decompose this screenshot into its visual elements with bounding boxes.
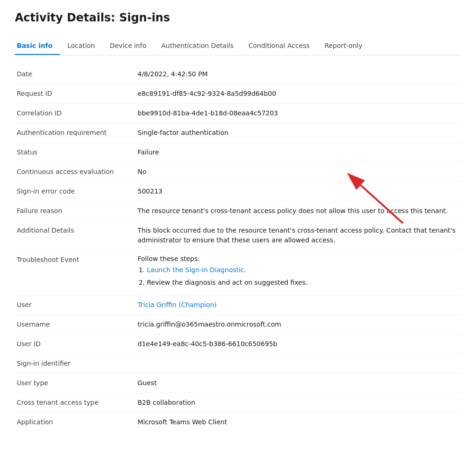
field-value: Single-factor authentication: [138, 128, 459, 138]
field-value: 500213: [138, 187, 459, 196]
field-value: No: [138, 167, 459, 177]
tabs-bar: Basic infoLocationDevice infoAuthenticat…: [15, 37, 461, 55]
field-value: B2B collaboration: [138, 398, 459, 408]
table-row: Additional DetailsThis block occurred du…: [15, 221, 461, 250]
table-row: Troubleshoot EventFollow these steps:Lau…: [15, 250, 461, 295]
field-label: Troubleshoot Event: [17, 255, 138, 265]
field-value: Microsoft Teams Web Client: [138, 417, 459, 427]
tab-location[interactable]: Location: [60, 37, 102, 55]
field-label: Application: [17, 417, 138, 427]
field-value: Guest: [138, 378, 459, 388]
field-label: Correlation ID: [17, 108, 138, 118]
field-label: Username: [17, 320, 138, 329]
field-label: Sign-in identifier: [17, 359, 138, 368]
table-row: StatusFailure: [15, 143, 461, 162]
field-value: Follow these steps:Launch the Sign-in Di…: [138, 255, 308, 290]
field-value: The resource tenant's cross-tenant acces…: [138, 206, 459, 216]
tab-report-only[interactable]: Report-only: [317, 37, 370, 55]
field-label: Authentication requirement: [17, 128, 138, 138]
field-value: 4/8/2022, 4:42:50 PM: [138, 69, 459, 79]
field-label: User: [17, 300, 138, 310]
field-value[interactable]: Tricia Griffin (Champion): [138, 300, 459, 310]
field-label: Request ID: [17, 89, 138, 99]
field-label: Cross tenant access type: [17, 398, 138, 408]
field-value: This block occurred due to the resource …: [138, 226, 459, 245]
table-row: User IDd1e4e149-ea8c-40c5-b386-6610c6506…: [15, 335, 461, 354]
tab-auth-details[interactable]: Authentication Details: [154, 37, 241, 55]
field-label: Failure reason: [17, 206, 138, 216]
table-row: Request IDe8c89191-df85-4c92-9324-8a5d99…: [15, 84, 461, 104]
field-label: Continuous access evaluation: [17, 167, 138, 177]
troubleshoot-intro: Follow these steps:: [138, 255, 308, 262]
field-label: Status: [17, 147, 138, 157]
field-value: bbe9910d-81ba-4de1-b18d-08eaa4c57203: [138, 108, 459, 118]
table-row: ApplicationMicrosoft Teams Web Client: [15, 413, 461, 432]
troubleshoot-step: Review the diagnosis and act on suggeste…: [147, 278, 308, 288]
table-row: Continuous access evaluationNo: [15, 162, 461, 182]
troubleshoot-link[interactable]: Launch the Sign-in Diagnostic.: [147, 266, 246, 274]
field-label: Sign-in error code: [17, 187, 138, 196]
field-value: tricia.griffin@o365maestro.onmicrosoft.c…: [138, 320, 459, 329]
table-row: Failure reasonThe resource tenant's cros…: [15, 201, 461, 221]
page-title: Activity Details: Sign-ins: [15, 11, 461, 24]
table-row: Sign-in identifier: [15, 354, 461, 374]
table-row: User typeGuest: [15, 374, 461, 393]
field-label: User type: [17, 378, 138, 388]
troubleshoot-step: Launch the Sign-in Diagnostic.: [147, 265, 308, 275]
table-row: Cross tenant access typeB2B collaboratio…: [15, 393, 461, 413]
field-label: User ID: [17, 339, 138, 349]
table-row: UserTricia Griffin (Champion): [15, 295, 461, 315]
table-row: Authentication requirementSingle-factor …: [15, 123, 461, 143]
field-label: Date: [17, 69, 138, 79]
tab-conditional-access[interactable]: Conditional Access: [241, 37, 317, 55]
detail-table: Date4/8/2022, 4:42:50 PMRequest IDe8c891…: [15, 65, 461, 432]
table-row: Correlation IDbbe9910d-81ba-4de1-b18d-08…: [15, 104, 461, 123]
table-row: Date4/8/2022, 4:42:50 PM: [15, 65, 461, 84]
tab-basic-info[interactable]: Basic info: [15, 37, 60, 55]
field-label: Additional Details: [17, 226, 138, 235]
tab-device-info[interactable]: Device info: [102, 37, 154, 55]
table-row: Usernametricia.griffin@o365maestro.onmic…: [15, 315, 461, 335]
field-value: Failure: [138, 147, 459, 157]
field-value: e8c89191-df85-4c92-9324-8a5d99d64b00: [138, 89, 459, 99]
table-row: Sign-in error code500213: [15, 182, 461, 201]
field-value: d1e4e149-ea8c-40c5-b386-6610c650695b: [138, 339, 459, 349]
